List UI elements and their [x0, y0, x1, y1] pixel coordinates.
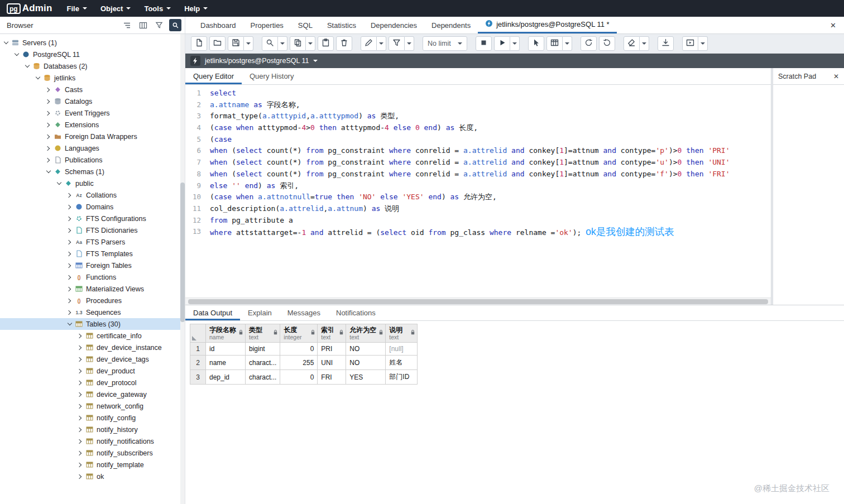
column-header-[interactable]: 索引text [318, 324, 346, 343]
tree-item-notify-template[interactable]: notify_template [0, 459, 185, 471]
cancel-query-button[interactable] [476, 36, 492, 51]
find-button[interactable] [262, 36, 278, 51]
chevron-right-icon[interactable] [78, 450, 83, 455]
tab-statistics[interactable]: Statistics [320, 17, 363, 33]
funnel-icon[interactable] [153, 19, 165, 31]
tree-item-fts-parsers[interactable]: AaFTS Parsers [0, 236, 185, 248]
chevron-right-icon[interactable] [67, 228, 72, 233]
chevron-right-icon[interactable] [67, 275, 72, 280]
chevron-right-icon[interactable] [67, 310, 72, 315]
cell[interactable]: 0 [280, 343, 318, 356]
tree-item-jetlinks[interactable]: jetlinks [0, 72, 185, 84]
menu-object[interactable]: Object [100, 4, 131, 13]
chevron-right-icon[interactable] [67, 286, 72, 291]
tree-item-ok[interactable]: ok [0, 471, 185, 482]
tree-item-dev-protocol[interactable]: dev_protocol [0, 377, 185, 388]
columns-icon[interactable] [137, 19, 149, 31]
tab-dependents[interactable]: Dependents [424, 17, 478, 33]
tab-query-editor[interactable]: Query Editor [185, 68, 242, 84]
chevron-down-icon[interactable] [46, 169, 51, 174]
scratch-pad-body[interactable] [773, 85, 844, 305]
chevron-right-icon[interactable] [78, 380, 83, 385]
chevron-right-icon[interactable] [46, 134, 51, 139]
tree-item-casts[interactable]: Casts [0, 84, 185, 95]
tree-item-notify-history[interactable]: notify_history [0, 424, 185, 435]
chevron-right-icon[interactable] [46, 99, 51, 104]
file-button[interactable] [191, 36, 207, 51]
column-header-[interactable]: 类型text [246, 324, 280, 343]
tree-item-dev-product[interactable]: dev_product [0, 365, 185, 377]
download-csv-button[interactable] [658, 36, 674, 51]
filter-dropdown-button[interactable] [405, 36, 414, 51]
edit-button[interactable] [361, 36, 377, 51]
chevron-right-icon[interactable] [78, 345, 83, 350]
tree-item-network-config[interactable]: network_config [0, 400, 185, 412]
connection-label[interactable]: jetlinks/postgres@PostgreSQL 11 [205, 57, 309, 65]
chevron-right-icon[interactable] [67, 204, 72, 209]
chevron-down-icon[interactable] [25, 64, 30, 69]
open-file-button[interactable] [209, 36, 226, 51]
execute-query-dropdown-button[interactable] [510, 36, 520, 51]
tree-item-notify-config[interactable]: notify_config [0, 412, 185, 424]
column-header-name[interactable]: 字段名称name [206, 324, 246, 343]
cell[interactable]: charact... [246, 370, 280, 385]
tab-query-tool[interactable]: jetlinks/postgres@PostgreSQL 11 * [478, 17, 617, 33]
tab-dependencies[interactable]: Dependencies [363, 17, 424, 33]
chevron-right-icon[interactable] [78, 368, 83, 373]
clear-button[interactable] [624, 36, 640, 51]
sql-code[interactable]: selecta.attname as 字段名称,format_type(a.at… [205, 85, 771, 305]
chevron-right-icon[interactable] [78, 333, 83, 338]
tab-messages[interactable]: Messages [280, 305, 328, 320]
scratch-pad-close-icon[interactable]: ✕ [833, 73, 839, 80]
connection-caret-icon[interactable] [313, 60, 318, 62]
tab-notifications[interactable]: Notifications [328, 305, 383, 320]
tab-properties[interactable]: Properties [243, 17, 291, 33]
cell[interactable]: bigint [246, 343, 280, 356]
tree-item-certificate-info[interactable]: certificate_info [0, 330, 185, 342]
tree-item-dev-device-tags[interactable]: dev_device_tags [0, 353, 185, 365]
cell[interactable]: UNI [318, 356, 346, 370]
tree-item-functions[interactable]: ()Functions [0, 271, 185, 283]
macros-button[interactable] [682, 36, 698, 51]
save-button[interactable] [228, 36, 244, 51]
row-number-header[interactable] [190, 324, 206, 343]
tree-item-domains[interactable]: Domains [0, 201, 185, 213]
chevron-right-icon[interactable] [78, 415, 83, 420]
tree-item-servers-1[interactable]: Servers (1) [0, 37, 185, 49]
tree-item-postgresql-11[interactable]: PostgreSQL 11 [0, 49, 185, 60]
chevron-right-icon[interactable] [78, 462, 83, 467]
cell[interactable]: 部门ID [386, 370, 418, 385]
search-icon[interactable] [169, 19, 181, 31]
chevron-right-icon[interactable] [67, 216, 72, 221]
tab-sql[interactable]: SQL [291, 17, 320, 33]
chevron-down-icon[interactable] [67, 321, 72, 327]
tree-item-dev-device-instance[interactable]: dev_device_instance [0, 342, 185, 353]
tab-query-history[interactable]: Query History [242, 68, 301, 84]
menu-file[interactable]: File [67, 4, 87, 13]
cell[interactable]: charact... [246, 356, 280, 370]
paste-button[interactable] [318, 36, 334, 51]
cell[interactable]: 255 [280, 356, 318, 370]
chevron-down-icon[interactable] [35, 75, 40, 80]
cell[interactable]: [null] [386, 343, 418, 356]
column-header-[interactable]: 说明text [386, 324, 418, 343]
chevron-down-icon[interactable] [56, 181, 61, 186]
tree-item-device-gateway[interactable]: device_gateway [0, 388, 185, 400]
cell[interactable]: dep_id [206, 370, 246, 385]
tree-item-fts-configurations[interactable]: FTS Configurations [0, 213, 185, 224]
commit-button[interactable] [581, 36, 597, 51]
row-number[interactable]: 3 [190, 370, 206, 385]
limit-select[interactable]: No limit [423, 36, 467, 51]
tree-item-fts-templates[interactable]: FTS Templates [0, 248, 185, 260]
cell[interactable]: id [206, 343, 246, 356]
tab-dashboard[interactable]: Dashboard [193, 17, 243, 33]
editor-hscrollbar[interactable] [185, 297, 771, 305]
column-header-[interactable]: 长度integer [280, 324, 318, 343]
cell[interactable]: name [206, 356, 246, 370]
chevron-down-icon[interactable] [14, 52, 19, 57]
tree-lines-icon[interactable] [121, 19, 133, 31]
tree-item-catalogs[interactable]: Catalogs [0, 95, 185, 107]
chevron-right-icon[interactable] [78, 404, 83, 409]
chevron-right-icon[interactable] [67, 263, 72, 268]
chevron-right-icon[interactable] [78, 357, 83, 362]
